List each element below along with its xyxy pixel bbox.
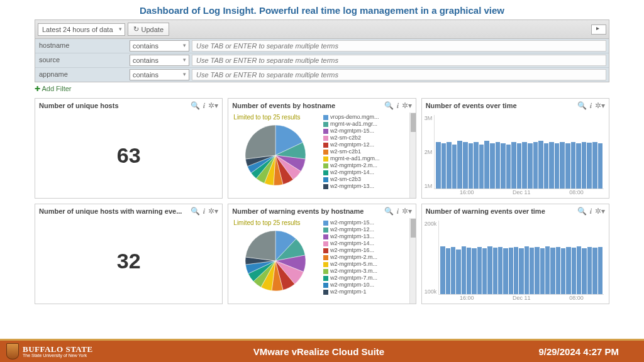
search-icon[interactable]: 🔍	[384, 207, 394, 216]
legend-item[interactable]: w2-mgmtpm-2.m...	[323, 254, 414, 261]
gear-icon[interactable]: ✲▾	[595, 101, 605, 110]
search-icon[interactable]: 🔍	[191, 101, 200, 110]
legend-item[interactable]: w2-mgmtpm-7.m...	[323, 275, 414, 282]
panel-title: Number of warning events over time	[426, 207, 577, 215]
filter-value-input[interactable]	[192, 69, 606, 80]
shield-icon	[6, 343, 19, 359]
scrollbar[interactable]	[409, 218, 416, 304]
gear-icon[interactable]: ✲▾	[402, 101, 412, 110]
panel-title: Number of unique hosts with warning eve.…	[39, 207, 191, 215]
presentation-icon[interactable]	[591, 25, 606, 35]
update-label: Update	[142, 26, 164, 33]
logo-main: BUFFALO STATE	[23, 345, 93, 353]
filter-area: hostname contains source contains appnam…	[35, 39, 609, 82]
stat-value: 32	[117, 249, 141, 273]
panel-title: Number of warning events by hostname	[232, 207, 384, 215]
legend-item[interactable]: vrops-demo.mgm...	[323, 114, 414, 121]
pie-chart	[228, 218, 322, 304]
bar-chart: 3M2M1M16:00Dec 1108:00	[422, 112, 609, 198]
panel-unique-hosts: Number of unique hosts🔍𝒊✲▾ 63	[35, 98, 223, 199]
legend-item[interactable]: w2-mgmtpm-3.m...	[323, 268, 414, 275]
legend-item[interactable]: w2-mgmtpm-13...	[323, 233, 414, 240]
legend-item[interactable]: mgmt-w-ad1.mgr...	[323, 121, 414, 128]
filter-row-hostname: hostname contains	[35, 39, 609, 53]
legend: w2-mgmtpm-15...w2-mgmtpm-12...w2-mgmtpm-…	[322, 218, 416, 304]
footer-title: VMware vRealize Cloud Suite	[99, 346, 539, 357]
page-title: Dashboard of Log Insight. Powerful real …	[0, 0, 644, 19]
info-icon[interactable]: 𝒊	[590, 207, 592, 216]
search-icon[interactable]: 🔍	[577, 207, 587, 216]
limited-note: Limited to top 25 results	[233, 114, 300, 121]
legend-item[interactable]: w2-sm-c2b2	[323, 134, 414, 141]
toolbar: Latest 24 hours of data ↻Update	[35, 19, 609, 39]
filter-operator-dropdown[interactable]: contains	[130, 69, 189, 80]
info-icon[interactable]: 𝒊	[397, 207, 399, 216]
footer-date: 9/29/2024 4:27 PM	[538, 346, 644, 357]
legend-item[interactable]: w2-mgmtpm-15...	[323, 219, 414, 226]
filter-label: hostname	[35, 39, 128, 53]
gear-icon[interactable]: ✲▾	[208, 101, 218, 110]
legend-item[interactable]: w2-sm-c2b3	[323, 176, 414, 183]
filter-operator-dropdown[interactable]: contains	[130, 40, 189, 52]
legend-item[interactable]: w2-mgmtpm-15...	[323, 128, 414, 134]
legend-item[interactable]: w2-mgmtpm-5.m...	[323, 261, 414, 268]
legend: vrops-demo.mgm...mgmt-w-ad1.mgr...w2-mgm…	[322, 112, 416, 198]
bar-chart: 200k100k16:00Dec 1108:00	[422, 218, 609, 304]
logo: BUFFALO STATE The State University of Ne…	[0, 343, 99, 359]
legend-item[interactable]: w2-mgmtpm-1	[323, 288, 414, 295]
search-icon[interactable]: 🔍	[191, 207, 200, 216]
legend-item[interactable]: w2-mgmtpm-10...	[323, 282, 414, 288]
info-icon[interactable]: 𝒊	[590, 101, 592, 110]
gear-icon[interactable]: ✲▾	[208, 207, 218, 216]
panel-unique-hosts-warning: Number of unique hosts with warning eve.…	[35, 204, 223, 304]
filter-value-input[interactable]	[192, 40, 606, 52]
limited-note: Limited to top 25 results	[233, 219, 300, 226]
info-icon[interactable]: 𝒊	[203, 101, 205, 110]
pie-chart	[228, 112, 322, 198]
legend-item[interactable]: w2-sm-c2b1	[323, 148, 414, 155]
search-icon[interactable]: 🔍	[384, 101, 394, 110]
legend-item[interactable]: w2-mgmtpm-13...	[323, 183, 414, 190]
filter-label: appname	[35, 68, 128, 82]
legend-item[interactable]: w2-mgmtpm-12...	[323, 141, 414, 148]
panel-warning-events-by-hostname: Number of warning events by hostname🔍𝒊✲▾…	[228, 204, 416, 304]
stat-value: 63	[117, 143, 141, 168]
refresh-icon: ↻	[133, 25, 139, 33]
legend-item[interactable]: w2-mgmtpm-16...	[323, 247, 414, 254]
time-range-dropdown[interactable]: Latest 24 hours of data	[38, 23, 125, 36]
footer: BUFFALO STATE The State University of Ne…	[0, 339, 644, 362]
filter-value-input[interactable]	[192, 55, 606, 66]
scrollbar[interactable]	[409, 112, 416, 198]
gear-icon[interactable]: ✲▾	[595, 207, 605, 216]
dashboard-panels: Number of unique hosts🔍𝒊✲▾ 63 Number of …	[35, 98, 609, 304]
add-filter-button[interactable]: Add Filter	[0, 82, 644, 96]
panel-title: Number of events by hostname	[232, 102, 384, 109]
filter-row-source: source contains	[35, 53, 609, 68]
legend-item[interactable]: mgmt-e-ad1.mgm...	[323, 155, 414, 162]
panel-events-over-time: Number of events over time🔍𝒊✲▾ 3M2M1M16:…	[421, 98, 609, 199]
search-icon[interactable]: 🔍	[577, 101, 587, 110]
panel-events-by-hostname: Number of events by hostname🔍𝒊✲▾ Limited…	[228, 98, 416, 199]
gear-icon[interactable]: ✲▾	[402, 207, 412, 216]
panel-title: Number of events over time	[426, 102, 577, 109]
panel-title: Number of unique hosts	[39, 102, 191, 109]
legend-item[interactable]: w2-mgmtpm-14...	[323, 240, 414, 247]
filter-operator-dropdown[interactable]: contains	[130, 55, 189, 66]
legend-item[interactable]: w2-mgmtpm-12...	[323, 226, 414, 233]
legend-item[interactable]: w2-mgmtpm-14...	[323, 169, 414, 176]
info-icon[interactable]: 𝒊	[203, 207, 205, 216]
filter-label: source	[35, 53, 128, 67]
info-icon[interactable]: 𝒊	[397, 101, 399, 110]
logo-sub: The State University of New York	[23, 353, 93, 358]
filter-row-appname: appname contains	[35, 68, 609, 82]
legend-item[interactable]: w2-mgmtpm-2.m...	[323, 162, 414, 169]
update-button[interactable]: ↻Update	[128, 23, 169, 36]
panel-warning-events-over-time: Number of warning events over time🔍𝒊✲▾ 2…	[421, 204, 609, 304]
